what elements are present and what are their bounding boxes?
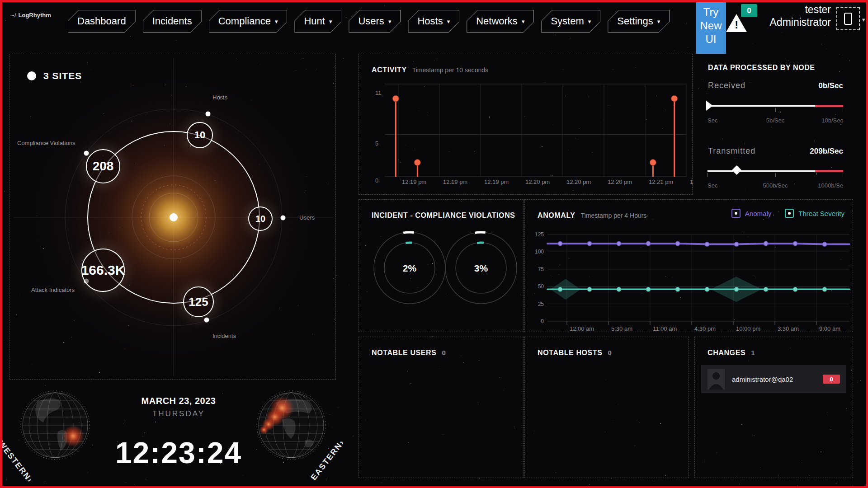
- nav-incidents-label: Incidents: [152, 15, 192, 27]
- main-nav: Dashboard Incidents Compliance▾ Hunt▾ Us…: [68, 10, 670, 33]
- received-label: Received: [708, 81, 745, 90]
- notable-hosts-count: 0: [608, 349, 612, 357]
- user-silhouette-icon: [708, 369, 725, 389]
- svg-text:11:00 am: 11:00 am: [653, 325, 677, 332]
- svg-text:100: 100: [535, 249, 544, 255]
- bubble-compliance-violations[interactable]: 208: [86, 149, 120, 183]
- nav-dashboard-label: Dashboard: [77, 15, 126, 27]
- alert-count-badge: 0: [741, 4, 757, 17]
- transmitted-slider-handle[interactable]: [732, 165, 741, 175]
- svg-text:12:20 pm: 12:20 pm: [525, 178, 550, 185]
- user-role: Administrator: [762, 16, 831, 29]
- svg-text:12:19 pm: 12:19 pm: [443, 178, 467, 185]
- bubble-incidents[interactable]: 125: [183, 286, 214, 317]
- svg-text:0: 0: [375, 177, 378, 184]
- user-menu-chevron-icon[interactable]: ▾: [862, 16, 865, 23]
- nav-hosts-label: Hosts: [417, 15, 443, 27]
- chevron-down-icon: ▾: [388, 18, 392, 25]
- sites-title: 3 SITES: [43, 70, 82, 81]
- nav-system-label: System: [551, 15, 584, 27]
- label-compliance-violations: Compliance Violations: [17, 140, 75, 146]
- svg-text:50: 50: [538, 283, 544, 290]
- user-avatar[interactable]: [836, 7, 860, 30]
- sites-dot-icon: [27, 71, 36, 80]
- nav-users-label: Users: [358, 15, 384, 27]
- nav-dashboard[interactable]: Dashboard: [68, 10, 136, 33]
- svg-text:12:00 am: 12:00 am: [570, 325, 594, 332]
- nav-incidents[interactable]: Incidents: [143, 10, 202, 33]
- svg-text:12:20 pm: 12:20 pm: [566, 178, 591, 185]
- nav-networks-label: Networks: [476, 15, 518, 27]
- received-value: 0b/Sec: [818, 81, 843, 90]
- bubble-hosts[interactable]: 10: [187, 122, 213, 148]
- clock-time: 12:23:24: [111, 436, 246, 470]
- sites-header: 3 SITES: [27, 70, 82, 81]
- svg-text:25: 25: [538, 301, 544, 307]
- nav-hunt-label: Hunt: [304, 15, 325, 27]
- label-attack-indicators: Attack Indicators: [31, 286, 75, 293]
- chevron-down-icon: ▾: [275, 18, 278, 25]
- svg-text:4:30 pm: 4:30 pm: [694, 325, 716, 332]
- logrhythm-logo: ∼/ LogRhythm: [10, 12, 51, 19]
- bubble-attack-indicators[interactable]: 166.3K: [81, 249, 125, 292]
- svg-text:3:30 am: 3:30 am: [778, 325, 799, 332]
- nav-users[interactable]: Users▾: [349, 10, 401, 33]
- sites-orbit-panel: 3 SITES 10 208 10 166.3K 125 Hosts Compl…: [9, 54, 336, 380]
- incident-title: INCIDENT - COMPLIANCE VIOLATIONS: [372, 211, 515, 220]
- label-incidents: Incidents: [212, 333, 236, 339]
- nav-compliance-label: Compliance: [218, 15, 271, 27]
- notable-hosts-panel: NOTABLE HOSTS 0: [524, 337, 689, 478]
- chevron-down-icon: ▾: [657, 18, 660, 25]
- logrhythm-logo-text: LogRhythm: [19, 12, 51, 19]
- clock-widget: MARCH 23, 2023 THURSDAY 12:23:24: [111, 396, 246, 470]
- transmitted-label: Transmitted: [708, 146, 755, 156]
- nav-hunt[interactable]: Hunt▾: [294, 10, 341, 33]
- change-user: administrator@qa02: [732, 375, 793, 383]
- svg-text:12:19 pm: 12:19 pm: [484, 178, 509, 185]
- bubble-users[interactable]: 10: [248, 206, 273, 231]
- svg-text:2%: 2%: [403, 263, 417, 273]
- clock-day: THURSDAY: [111, 409, 246, 418]
- received-slider[interactable]: [708, 102, 843, 111]
- changes-title: CHANGES: [708, 349, 745, 357]
- incident-gauges: 2%3%: [359, 221, 524, 331]
- svg-text:12:21 pm: 12:21 pm: [690, 178, 693, 185]
- incident-compliance-panel: INCIDENT - COMPLIANCE VIOLATIONS 2%3%: [359, 199, 524, 332]
- change-badge: 0: [823, 375, 840, 384]
- nav-networks[interactable]: Networks▾: [467, 10, 534, 33]
- changes-count: 1: [751, 349, 755, 357]
- user-first-name: tester: [762, 4, 831, 16]
- transmitted-slider[interactable]: [708, 167, 843, 176]
- chevron-down-icon: ▾: [447, 18, 450, 25]
- svg-text:3%: 3%: [474, 263, 488, 273]
- svg-text:75: 75: [538, 266, 544, 272]
- label-hosts: Hosts: [212, 94, 227, 101]
- logged-in-user: tester Administrator: [762, 4, 831, 28]
- notable-users-panel: NOTABLE USERS 0: [359, 337, 524, 478]
- activity-panel: ACTIVITY Timestamp per 10 seconds 12:19 …: [359, 54, 693, 195]
- svg-text:9:00 am: 9:00 am: [819, 325, 840, 332]
- try-new-ui-button[interactable]: Try New UI: [696, 2, 726, 54]
- svg-text:125: 125: [535, 231, 544, 238]
- nav-system[interactable]: System▾: [541, 10, 600, 33]
- notable-users-count: 0: [442, 349, 446, 357]
- globe-western-hemisphere: [20, 390, 90, 462]
- received-slider-handle[interactable]: [706, 101, 713, 111]
- svg-text:5: 5: [375, 140, 378, 147]
- anomaly-panel: ANOMALY Timestamp per 4 Hours Anomaly Th…: [524, 199, 853, 332]
- nav-settings[interactable]: Settings▾: [608, 10, 670, 33]
- activity-chart: 12:19 pm12:19 pm12:19 pm12:20 pm12:20 pm…: [359, 54, 693, 194]
- svg-text:5:30 am: 5:30 am: [611, 325, 632, 332]
- nav-compliance[interactable]: Compliance▾: [209, 10, 288, 33]
- chevron-down-icon: ▾: [588, 18, 591, 25]
- orbit-visualization: [10, 54, 336, 380]
- globe-eastern-hemisphere: [256, 390, 326, 462]
- svg-text:10:00 pm: 10:00 pm: [736, 325, 760, 332]
- avatar-placeholder-icon: [844, 13, 852, 25]
- notable-users-title: NOTABLE USERS: [372, 349, 437, 357]
- svg-text:12:21 pm: 12:21 pm: [649, 178, 673, 185]
- clock-date: MARCH 23, 2023: [111, 396, 246, 406]
- change-row[interactable]: administrator@qa02 0: [701, 365, 846, 393]
- nav-hosts[interactable]: Hosts▾: [408, 10, 459, 33]
- svg-text:12:20 pm: 12:20 pm: [608, 178, 632, 185]
